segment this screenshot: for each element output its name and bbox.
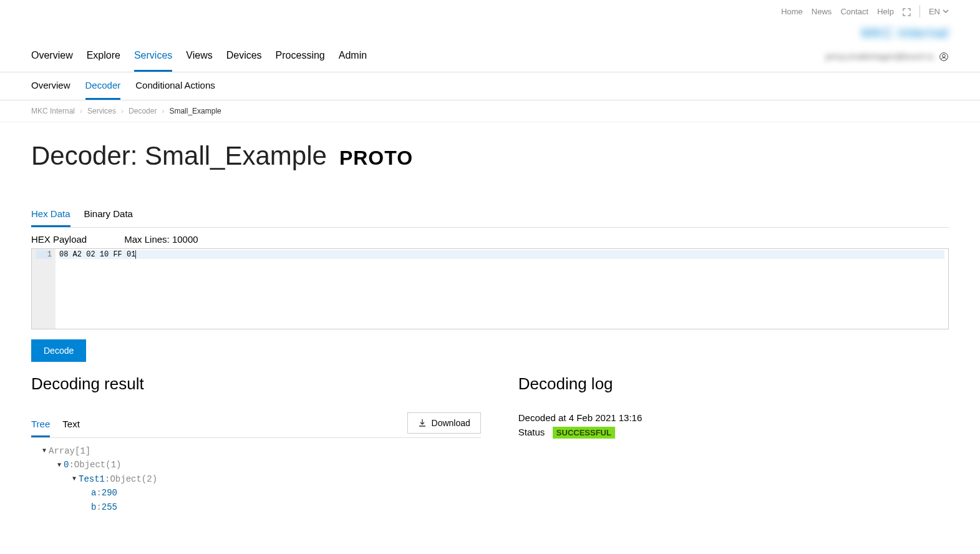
status-badge: SUCCESSFUL [553,427,615,439]
payload-info-row: HEX Payload Max Lines: 10000 [31,228,949,248]
chevron-down-icon [943,8,949,14]
result-tabs: Tree Text [31,412,80,437]
tab-explore[interactable]: Explore [87,41,120,72]
download-button[interactable]: Download [407,412,481,434]
download-label: Download [432,418,470,428]
main-nav: Overview Explore Services Views Devices … [31,41,367,72]
breadcrumb-decoder[interactable]: Decoder [129,107,157,115]
data-tabs: Hex Data Binary Data [31,202,949,228]
decoding-result-panel: Decoding result Tree Text Download ▼ Arr… [31,374,481,520]
tree-node-test1[interactable]: ▼ Test1: Object(2) [72,472,478,486]
user-icon [939,51,949,62]
top-link-help[interactable]: Help [877,7,894,16]
result-tabs-row: Tree Text Download [31,412,481,438]
result-tab-text[interactable]: Text [62,412,80,437]
fullscreen-icon[interactable] [903,6,911,16]
tree-node-root[interactable]: ▼ Array[1] [42,444,478,458]
top-link-home[interactable]: Home [781,7,803,16]
tab-overview[interactable]: Overview [31,41,73,72]
tree-value: 290 [102,486,117,500]
download-icon [418,419,427,427]
tree-type: Object(1) [74,458,122,472]
breadcrumb-root[interactable]: MKC Internal [31,107,75,115]
caret-down-icon[interactable]: ▼ [42,446,46,456]
tab-processing[interactable]: Processing [276,41,325,72]
breadcrumb-services[interactable]: Services [87,107,116,115]
main-nav-row: Overview Explore Services Views Devices … [0,41,980,72]
sub-nav: Overview Decoder Conditional Actions [0,72,980,100]
editor-gutter: 1 [32,249,56,329]
proto-badge: PROTO [339,147,413,170]
user-email: jenny.smallerhagen@bosch.io [826,52,934,61]
decoding-log-panel: Decoding log Decoded at 4 Feb 2021 13:16… [518,374,949,520]
logo-row: MKC Internal [0,22,980,41]
tree-root-label: Array[1] [49,444,90,458]
hex-editor[interactable]: 1 08 A2 02 10 FF 01 [31,248,949,329]
tree-leaf-a: a: 290 [91,486,478,500]
top-link-contact[interactable]: Contact [840,7,868,16]
subtab-conditional-actions[interactable]: Conditional Actions [135,72,215,100]
tree-key: 0 [64,458,69,472]
top-links-bar: Home News Contact Help EN [0,0,980,22]
tab-views[interactable]: Views [186,41,212,72]
breadcrumb-sep: › [121,107,124,115]
log-title: Decoding log [518,374,949,394]
decode-button[interactable]: Decode [31,339,86,362]
caret-down-icon[interactable]: ▼ [57,460,61,470]
tree-node-0[interactable]: ▼ 0: Object(1) [57,458,478,472]
line-number: 1 [36,250,52,259]
tab-services[interactable]: Services [134,41,172,72]
language-label: EN [929,7,940,16]
svg-point-1 [943,54,946,57]
breadcrumb-current: Small_Example [169,107,221,115]
results-row: Decoding result Tree Text Download ▼ Arr… [31,374,949,520]
breadcrumb-sep: › [162,107,164,115]
status-label: Status [518,427,545,437]
tree-value: 255 [102,500,117,514]
caret-down-icon[interactable]: ▼ [72,474,76,484]
tab-devices[interactable]: Devices [226,41,262,72]
subtab-overview[interactable]: Overview [31,72,70,100]
hex-payload-label: HEX Payload [31,234,87,245]
page-title: Decoder: Small_Example [31,141,327,171]
editor-content[interactable]: 08 A2 02 10 FF 01 [56,249,948,329]
tab-hex-data[interactable]: Hex Data [31,202,70,227]
result-title: Decoding result [31,374,481,394]
page-title-row: Decoder: Small_Example PROTO [31,141,949,171]
decoded-at: Decoded at 4 Feb 2021 13:16 [518,412,949,423]
tree-key: a [91,486,96,500]
divider [919,5,920,17]
status-line: Status SUCCESSFUL [518,427,949,437]
tab-binary-data[interactable]: Binary Data [84,202,133,227]
tree-leaf-b: b: 255 [91,500,478,514]
tree-type: Object(2) [110,472,157,486]
tree-key: Test1 [79,472,105,486]
tree-key: b [91,500,96,514]
user-area[interactable]: jenny.smallerhagen@bosch.io [826,51,949,62]
subtab-decoder[interactable]: Decoder [85,72,121,100]
content: Decoder: Small_Example PROTO Hex Data Bi… [0,122,980,545]
top-link-news[interactable]: News [812,7,832,16]
language-selector[interactable]: EN [929,7,949,16]
breadcrumb: MKC Internal › Services › Decoder › Smal… [0,100,980,122]
tenant-logo: MKC Internal [861,25,949,41]
breadcrumb-sep: › [80,107,82,115]
result-tab-tree[interactable]: Tree [31,412,50,437]
hex-text: 08 A2 02 10 FF 01 [59,250,135,259]
tab-admin[interactable]: Admin [339,41,367,72]
result-tree: ▼ Array[1] ▼ 0: Object(1) ▼ Test1: Objec… [31,438,481,520]
text-caret [135,250,136,259]
max-lines-label: Max Lines: 10000 [124,234,198,245]
